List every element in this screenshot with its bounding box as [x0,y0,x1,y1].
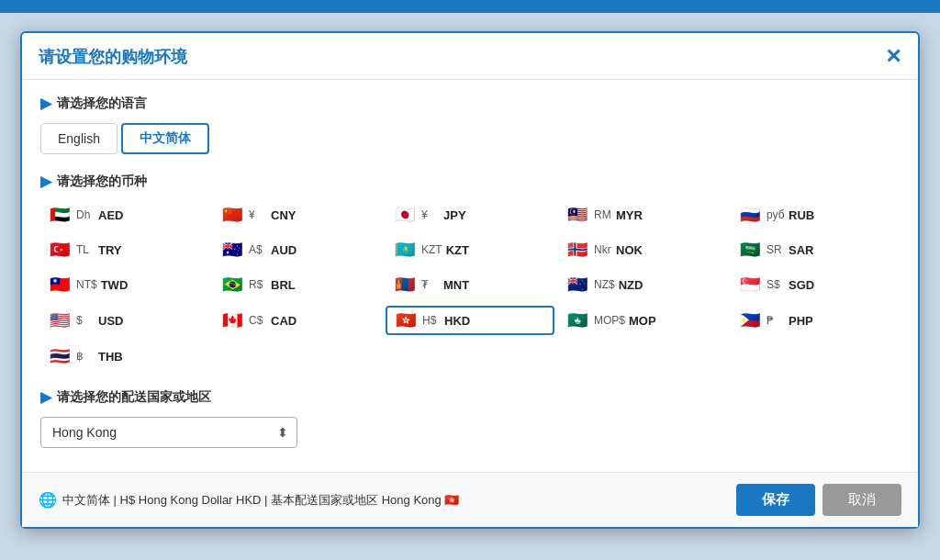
flag-sar: 🇸🇦 [737,241,763,259]
flag-aed: 🇦🇪 [47,206,73,224]
flag-hkd: 🇭🇰 [393,311,419,330]
flag-cny: 🇨🇳 [219,206,245,224]
symbol-myr: RM [594,208,612,221]
currency-item-twd[interactable]: 🇹🇼 NT$ TWD [40,271,209,298]
language-bullet: ▶ [40,95,51,112]
currency-item-rub[interactable]: 🇷🇺 руб RUB [731,201,900,229]
code-sar: SAR [789,243,813,257]
currency-bullet: ▶ [40,173,51,190]
currency-item-myr[interactable]: 🇲🇾 RM MYR [558,201,727,229]
country-label: 请选择您的配送国家或地区 [57,389,211,406]
flag-myr: 🇲🇾 [565,206,590,224]
currency-item-nok[interactable]: 🇳🇴 Nkr NOK [558,236,727,263]
code-rub: RUB [789,208,814,222]
currency-item-kzt[interactable]: 🇰🇿 KZT KZT [386,236,554,263]
flag-aud: 🇦🇺 [219,241,245,259]
symbol-aed: Dh [76,208,95,221]
symbol-cad: C$ [249,314,267,327]
flag-mnt: 🇲🇳 [392,275,418,294]
code-nzd: NZD [619,278,643,292]
footer-status-text: 中文简体 | H$ Hong Kong Dollar HKD | 基本配送国家或… [62,492,459,509]
symbol-jpy: ¥ [421,208,440,221]
flag-nzd: 🇳🇿 [565,275,590,294]
currency-item-mop[interactable]: 🇲🇴 MOP$ MOP [558,306,727,335]
currency-item-usd[interactable]: 🇺🇸 $ USD [40,306,209,335]
language-buttons: English 中文简体 [40,123,900,154]
close-button[interactable]: ✕ [885,47,901,67]
currency-item-mnt[interactable]: 🇲🇳 ₮ MNT [386,271,554,298]
code-cad: CAD [271,314,297,328]
currency-item-jpy[interactable]: 🇯🇵 ¥ JPY [386,201,554,229]
currency-item-brl[interactable]: 🇧🇷 R$ BRL [213,271,382,298]
save-button[interactable]: 保存 [736,484,815,516]
language-section-title: ▶ 请选择您的语言 [40,95,900,112]
symbol-sgd: S$ [767,278,785,291]
symbol-mop: MOP$ [594,314,625,327]
code-cny: CNY [271,208,296,222]
symbol-thb: ฿ [76,350,95,363]
symbol-kzt: KZT [421,243,442,256]
country-select[interactable]: Hong KongChinaAustraliaCanadaUnited Stat… [40,417,297,448]
footer-info: 🌐 中文简体 | H$ Hong Kong Dollar HKD | 基本配送国… [39,491,459,509]
flag-kzt: 🇰🇿 [392,241,418,259]
code-usd: USD [98,314,123,328]
flag-sgd: 🇸🇬 [737,275,763,294]
symbol-brl: R$ [249,278,267,291]
currency-item-nzd[interactable]: 🇳🇿 NZ$ NZD [558,271,727,298]
country-bullet: ▶ [40,388,51,406]
lang-btn-english[interactable]: English [40,123,118,154]
globe-icon: 🌐 [39,491,57,509]
flag-rub: 🇷🇺 [737,206,763,224]
flag-brl: 🇧🇷 [219,275,245,294]
currency-item-cad[interactable]: 🇨🇦 C$ CAD [213,306,382,335]
code-sgd: SGD [789,278,814,292]
lang-btn-chinese[interactable]: 中文简体 [121,123,209,154]
settings-modal: 请设置您的购物环境 ✕ ▶ 请选择您的语言 English 中文简体 ▶ 请选择… [20,31,920,529]
currency-item-sgd[interactable]: 🇸🇬 S$ SGD [731,271,900,298]
flag-usd: 🇺🇸 [47,311,73,330]
flag-thb: 🇹🇭 [47,347,73,365]
symbol-rub: руб [767,208,785,221]
currency-item-cny[interactable]: 🇨🇳 ¥ CNY [213,201,382,229]
code-kzt: KZT [446,243,469,257]
code-mnt: MNT [443,278,469,292]
code-php: PHP [789,314,813,328]
symbol-twd: NT$ [76,278,97,291]
symbol-aud: A$ [249,243,267,256]
code-brl: BRL [271,278,296,292]
currency-item-aud[interactable]: 🇦🇺 A$ AUD [213,236,382,263]
currency-item-try[interactable]: 🇹🇷 TL TRY [40,236,209,263]
currency-item-aed[interactable]: 🇦🇪 Dh AED [40,201,209,229]
country-section: ▶ 请选择您的配送国家或地区 Hong KongChinaAustraliaCa… [40,388,900,448]
cancel-button[interactable]: 取消 [822,484,901,516]
symbol-sar: SR [767,243,785,256]
currency-item-thb[interactable]: 🇹🇭 ฿ THB [40,342,209,370]
code-hkd: HKD [444,314,470,328]
currency-item-php[interactable]: 🇵🇭 ₱ PHP [731,306,900,335]
code-aed: AED [98,208,123,222]
symbol-nok: Nkr [594,243,612,256]
footer-buttons: 保存 取消 [736,484,901,516]
flag-twd: 🇹🇼 [47,275,73,294]
modal-title: 请设置您的购物环境 [39,46,187,68]
country-section-title: ▶ 请选择您的配送国家或地区 [40,388,900,406]
flag-mop: 🇲🇴 [565,311,590,330]
code-twd: TWD [101,278,129,292]
modal-body: ▶ 请选择您的语言 English 中文简体 ▶ 请选择您的币种 🇦🇪 Dh A… [22,80,918,472]
flag-nok: 🇳🇴 [565,241,590,259]
code-myr: MYR [616,208,643,222]
currency-item-hkd[interactable]: 🇭🇰 H$ HKD [386,306,554,335]
currency-item-sar[interactable]: 🇸🇦 SR SAR [731,236,900,263]
flag-php: 🇵🇭 [737,311,763,330]
code-thb: THB [98,350,123,364]
symbol-try: TL [76,243,95,256]
currency-section-title: ▶ 请选择您的币种 [40,173,900,190]
country-select-wrapper: Hong KongChinaAustraliaCanadaUnited Stat… [40,417,297,448]
code-try: TRY [98,243,122,257]
symbol-nzd: NZ$ [594,278,615,291]
modal-footer: 🌐 中文简体 | H$ Hong Kong Dollar HKD | 基本配送国… [22,472,918,527]
symbol-php: ₱ [767,314,785,327]
code-jpy: JPY [443,208,466,222]
code-mop: MOP [629,314,656,328]
symbol-cny: ¥ [249,208,267,221]
